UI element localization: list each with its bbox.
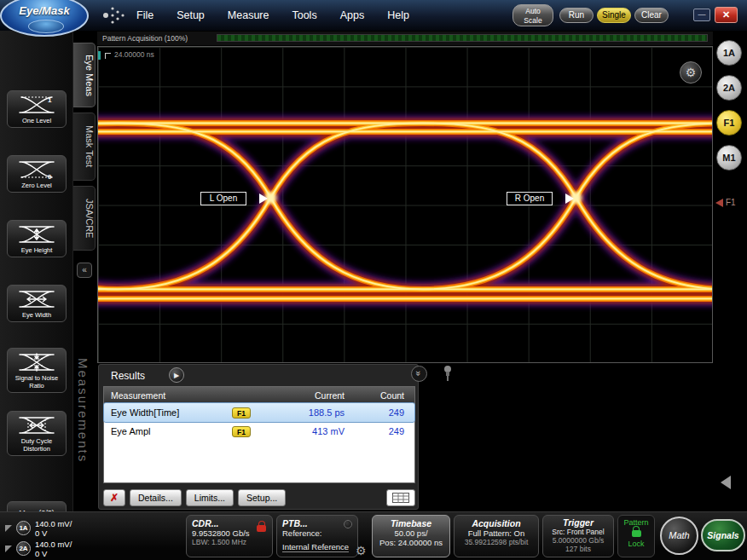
- run-button[interactable]: Run: [559, 8, 594, 23]
- scroll-left-icon[interactable]: [721, 476, 731, 489]
- timebase-position: Pos: 24.00000 ns: [376, 538, 446, 547]
- duty-cycle-icon: [18, 414, 55, 436]
- sidebar-item-signal-to-noise[interactable]: Signal to Noise Ratio: [7, 348, 67, 393]
- setup-button[interactable]: Setup...: [238, 489, 286, 506]
- sidebar-item-duty-cycle[interactable]: Duty Cycle Distortion: [7, 411, 67, 456]
- results-panel: Results ▶ Measurement Current Count Eye …: [98, 364, 419, 510]
- acquisition-title: Acquisition: [458, 518, 535, 528]
- sidebar-item-eye-height[interactable]: Eye Height: [7, 220, 67, 257]
- app-icon-dots: [101, 4, 126, 26]
- collapse-results-button[interactable]: »: [411, 366, 427, 382]
- trigger-panel[interactable]: Trigger Src: Front Panel 5.0000000 Gb/s …: [542, 515, 614, 557]
- source-button-m1[interactable]: M1: [716, 145, 742, 170]
- measurement-count: 249: [345, 407, 414, 418]
- waveform-display[interactable]: 24.00000 ns ⚙ L Open R Open: [97, 46, 713, 363]
- settings-gear-icon[interactable]: ⚙: [356, 544, 367, 557]
- collapse-sidebar-button[interactable]: «: [77, 263, 92, 278]
- source-button-1a[interactable]: 1A: [716, 40, 742, 66]
- column-measurement[interactable]: Measurement: [104, 390, 263, 401]
- clear-button[interactable]: Clear: [634, 8, 669, 23]
- table-row[interactable]: Eye Ampl F1 413 mV 249: [104, 422, 414, 441]
- channel-scale: 140.0 mV/: [35, 519, 72, 528]
- corner-bracket: [105, 53, 111, 59]
- measurement-current: 413 mV: [263, 426, 345, 436]
- minimize-icon: —: [698, 10, 706, 19]
- table-row[interactable]: Eye Width[Time] F1 188.5 ps 249: [104, 403, 414, 422]
- cdr-panel[interactable]: CDR... 9.9532800 Gb/s LBW: 1.500 MHz: [186, 515, 273, 557]
- math-button[interactable]: Math: [660, 517, 698, 555]
- zero-level-icon: 0: [18, 159, 55, 181]
- channel-offset: 0 V: [35, 528, 72, 538]
- l-open-marker[interactable]: L Open: [200, 192, 246, 205]
- cdr-title: CDR...: [192, 518, 267, 528]
- menu-help[interactable]: Help: [387, 9, 409, 21]
- acquisition-panel[interactable]: Acquisition Full Pattern: On 35.99212598…: [454, 515, 539, 557]
- details-button[interactable]: Details...: [130, 489, 182, 506]
- sidebar-tab-strip: Eye Meas Mask Test JSA/CRE « Measurement…: [73, 31, 97, 511]
- channel-1a-status[interactable]: 1A 140.0 mV/ 0 V: [5, 517, 123, 539]
- ptb-panel[interactable]: PTB... Reference: Internal Reference: [276, 515, 358, 557]
- sidebar-item-label: One Level: [8, 116, 66, 127]
- sidebar-item-eye-width[interactable]: Eye Width: [7, 285, 67, 322]
- auto-scale-button[interactable]: Auto Scale: [512, 4, 553, 26]
- collapse-icon: «: [82, 265, 87, 274]
- menu-measure[interactable]: Measure: [228, 9, 269, 21]
- sidebar-item-label: Signal to Noise Ratio: [8, 373, 66, 392]
- play-button[interactable]: ▶: [169, 367, 184, 383]
- channel-2a-status[interactable]: 2A 140.0 mV/ 0 V: [5, 538, 123, 559]
- tab-mask-test[interactable]: Mask Test: [73, 113, 96, 181]
- pattern-lock-indicator[interactable]: Pattern Lock: [617, 515, 655, 557]
- menu-tools[interactable]: Tools: [292, 9, 316, 21]
- measurements-panel-label: Measurements: [76, 358, 90, 463]
- column-current[interactable]: Current: [263, 390, 345, 401]
- channel-marker-icon: [5, 525, 12, 532]
- sidebar-item-one-level[interactable]: 1 One Level: [7, 90, 67, 128]
- delete-measurement-button[interactable]: ✗: [103, 489, 125, 506]
- acquisition-rate: 35.99212598 pts/bit: [458, 538, 535, 546]
- menu-file[interactable]: File: [136, 9, 153, 21]
- l-open-label: L Open: [210, 193, 237, 203]
- source-button-f1[interactable]: F1: [716, 110, 742, 136]
- menu-setup[interactable]: Setup: [177, 9, 205, 21]
- pattern-acquisition-bar: Pattern Acquisition (100%): [97, 32, 747, 45]
- table-header: Measurement Current Count: [104, 387, 414, 403]
- gear-glyph: ⚙: [356, 544, 367, 557]
- table-view-button[interactable]: [386, 489, 415, 506]
- marker-tick: [98, 51, 101, 60]
- tab-jsa-cre[interactable]: JSA/CRE: [73, 186, 96, 251]
- channel-scale: 140.0 mV/: [35, 540, 72, 549]
- ptb-title: PTB...: [282, 518, 352, 528]
- trace-marker-icon: [715, 199, 723, 207]
- minimize-button[interactable]: —: [693, 9, 710, 21]
- pattern-acquisition-label: Pattern Acquisition: [102, 34, 162, 43]
- source-button-2a[interactable]: 2A: [716, 75, 742, 101]
- sidebar-item-label: Zero Level: [8, 181, 66, 192]
- timebase-title: Timebase: [376, 518, 446, 528]
- column-count[interactable]: Count: [345, 390, 414, 401]
- r-open-label: R Open: [515, 193, 544, 203]
- measurement-name: Eye Ampl: [104, 426, 232, 436]
- measurement-name: Eye Width[Time]: [104, 407, 232, 418]
- wrench-glyph: ⚙: [686, 66, 697, 79]
- signals-button[interactable]: Signals: [701, 519, 745, 551]
- wrench-icon[interactable]: ⚙: [680, 61, 702, 84]
- limits-button[interactable]: Limits...: [186, 489, 234, 506]
- channel-2a-badge: 2A: [16, 541, 31, 556]
- close-button[interactable]: ✕: [715, 7, 738, 23]
- lock-icon: [257, 525, 266, 532]
- pin-icon[interactable]: [442, 365, 454, 382]
- timebase-panel[interactable]: Timebase 50.00 ps/ Pos: 24.00000 ns: [372, 515, 450, 557]
- trigger-rate: 5.0000000 Gb/s: [546, 536, 611, 545]
- auto-scale-line1: Auto: [513, 7, 553, 16]
- source-rail: 1A 2A F1 M1 F1: [713, 31, 747, 511]
- tab-eye-meas[interactable]: Eye Meas: [73, 43, 96, 107]
- channel-1a-badge: 1A: [16, 521, 31, 535]
- play-icon: ▶: [174, 372, 179, 379]
- status-bar: 1A 140.0 mV/ 0 V 2A 140.0 mV/ 0 V CDR...…: [0, 511, 747, 560]
- source-badge: F1: [232, 426, 251, 437]
- single-button[interactable]: Single: [597, 8, 631, 23]
- r-open-marker[interactable]: R Open: [507, 192, 553, 205]
- sidebar-item-zero-level[interactable]: 0 Zero Level: [7, 155, 67, 193]
- f1-trace-marker[interactable]: F1: [715, 198, 736, 207]
- menu-apps[interactable]: Apps: [340, 9, 365, 21]
